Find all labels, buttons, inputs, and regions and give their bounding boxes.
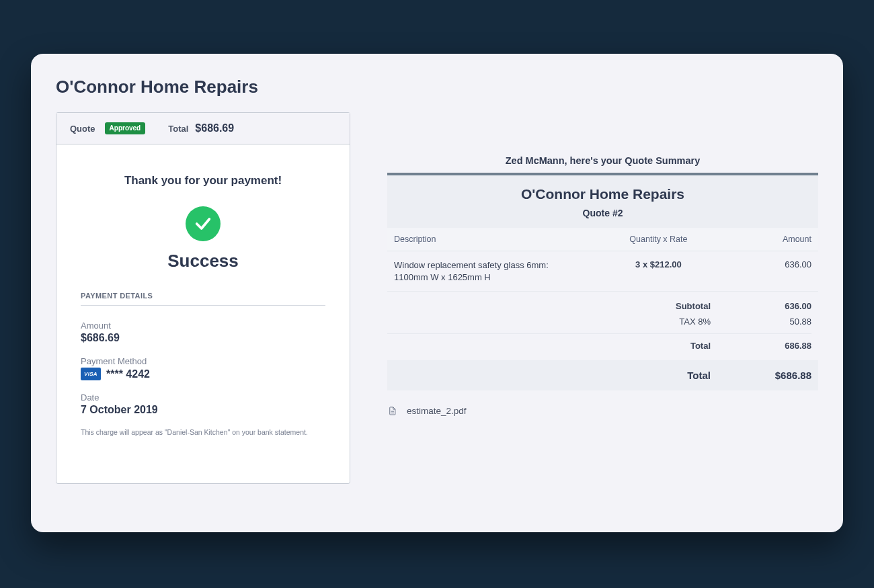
col-qty-rate: Quantity x Rate (586, 228, 731, 251)
statement-note: This charge will appear as "Daniel-San K… (81, 428, 325, 436)
tax-value: 50.88 (751, 317, 811, 327)
quote-summary: Zed McMann, here's your Quote Summary O'… (387, 112, 818, 417)
payment-method-block: Payment Method VISA **** 4242 (81, 356, 325, 380)
quote-card-header: Quote Approved Total $686.69 (56, 113, 350, 144)
subtotal-label: Subtotal (583, 301, 751, 311)
amount-label: Amount (81, 321, 325, 331)
totals-block: Subtotal 636.00 TAX 8% 50.88 Total 686.8… (387, 292, 818, 353)
payment-method-label: Payment Method (81, 356, 325, 366)
payment-details-heading: PAYMENT DETAILS (81, 292, 325, 306)
amount-value: $686.69 (81, 332, 325, 344)
app-card: O'Connor Home Repairs Quote Approved Tot… (31, 54, 843, 532)
date-label: Date (81, 392, 325, 403)
line-qty-rate: 3 x $212.00 (586, 251, 731, 292)
content-columns: Quote Approved Total $686.69 Thank you f… (56, 112, 818, 484)
tax-label: TAX 8% (583, 317, 751, 327)
success-label: Success (81, 251, 325, 271)
line-description: Window replacement safety glass 6mm: 110… (387, 251, 586, 292)
file-icon (387, 405, 397, 417)
grand-total-row: Total $686.88 (387, 360, 818, 390)
table-row: Window replacement safety glass 6mm: 110… (387, 251, 818, 292)
tax-row: TAX 8% 50.88 (387, 314, 811, 329)
thank-you-message: Thank you for your payment! (81, 174, 325, 187)
page-title: O'Connor Home Repairs (56, 77, 818, 97)
summary-business-name: O'Connor Home Repairs (394, 186, 811, 202)
subtotal-value: 636.00 (751, 301, 811, 311)
attachment-link[interactable]: estimate_2.pdf (387, 405, 818, 417)
date-value: 7 October 2019 (81, 404, 325, 416)
total-value: 686.88 (751, 341, 811, 351)
attachment-filename: estimate_2.pdf (407, 406, 467, 416)
summary-header: O'Connor Home Repairs Quote #2 (387, 175, 818, 228)
status-badge: Approved (105, 122, 146, 134)
total-row: Total 686.88 (387, 333, 811, 353)
subtotal-row: Subtotal 636.00 (387, 298, 811, 314)
grand-total-value: $686.88 (751, 370, 811, 381)
total-label: Total (168, 124, 188, 134)
amount-block: Amount $686.69 (81, 321, 325, 344)
quote-number: Quote #2 (394, 208, 811, 218)
card-mask: **** 4242 (106, 368, 150, 380)
visa-icon: VISA (81, 368, 101, 380)
col-description: Description (387, 228, 586, 251)
summary-box: O'Connor Home Repairs Quote #2 Descripti… (387, 173, 818, 390)
payment-method-value: VISA **** 4242 (81, 368, 325, 380)
success-check-icon (186, 206, 221, 241)
quote-label: Quote (70, 124, 95, 134)
summary-greeting: Zed McMann, here's your Quote Summary (387, 155, 818, 166)
grand-total-label: Total (583, 370, 751, 381)
total-label: Total (583, 341, 751, 351)
line-items-table: Description Quantity x Rate Amount Windo… (387, 228, 818, 292)
line-amount: 636.00 (731, 251, 818, 292)
payment-receipt-card: Quote Approved Total $686.69 Thank you f… (56, 112, 350, 484)
quote-card-body: Thank you for your payment! Success PAYM… (56, 144, 350, 483)
date-block: Date 7 October 2019 (81, 392, 325, 416)
total-value: $686.69 (195, 122, 234, 134)
col-amount: Amount (731, 228, 818, 251)
